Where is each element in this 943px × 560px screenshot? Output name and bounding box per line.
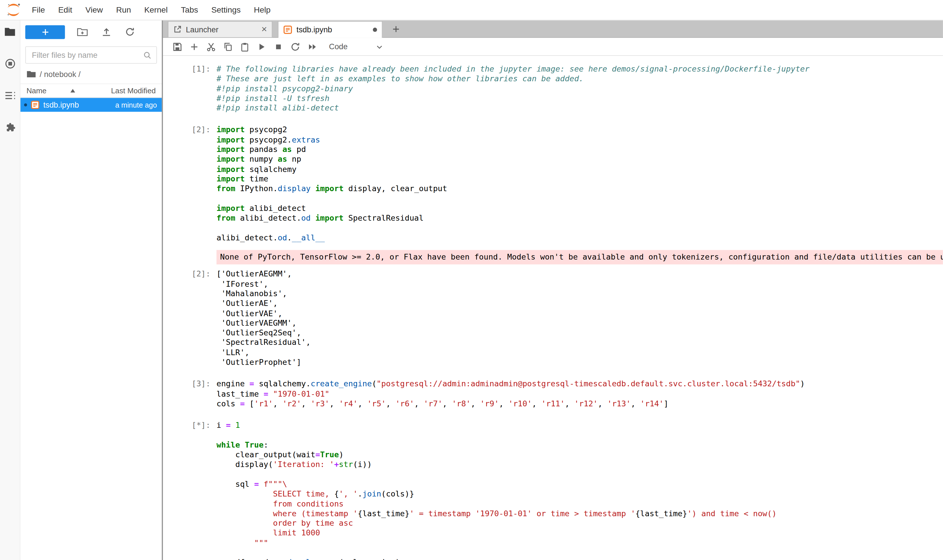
breadcrumb[interactable]: / notebook / (20, 66, 162, 81)
cell-type-select[interactable]: Code (326, 41, 386, 52)
jupyterlab-window: FileEditViewRunKernelTabsSettingsHelp (0, 0, 943, 560)
sidebar-item-file-browser[interactable] (1, 23, 19, 40)
cell-input-area: [*]:i = 1 while True: clear_output(wait=… (171, 421, 943, 560)
file-browser: / notebook / Name Last Modified tsdb.ipy… (20, 20, 162, 560)
plus-icon (41, 28, 49, 36)
copy-icon (223, 42, 233, 51)
running-kernels-icon (5, 58, 15, 69)
output-prompt: [2]: (171, 269, 216, 279)
notebook-toolbar: Code (163, 38, 943, 56)
new-tab-button[interactable] (388, 21, 403, 37)
folder-icon (4, 27, 16, 37)
file-row-tsdb-notebook[interactable]: tsdb.ipynb a minute ago (20, 98, 162, 112)
code-editor[interactable]: # The following libraries have already b… (216, 65, 810, 113)
stderr-output: None of PyTorch, TensorFlow >= 2.0, or F… (216, 250, 943, 265)
notebook-file-icon (31, 100, 40, 109)
code-editor[interactable]: import psycopg2 import psycopg2.extras i… (216, 125, 447, 243)
stop-icon (274, 42, 282, 51)
code-editor[interactable]: i = 1 while True: clear_output(wait=True… (216, 421, 776, 560)
file-filter (25, 46, 157, 64)
cut-cells-button[interactable] (203, 40, 220, 54)
save-button[interactable] (169, 40, 186, 54)
breadcrumb-path: / notebook / (40, 70, 81, 79)
plus-icon (392, 25, 400, 33)
output-text: ['OutlierAEGMM', 'IForest', 'Mahalanobis… (216, 269, 311, 368)
chevron-down-icon (376, 43, 383, 50)
menu-item-settings[interactable]: Settings (205, 5, 247, 14)
code-cell: [2]:import psycopg2 import psycopg2.extr… (171, 125, 943, 368)
new-launcher-button[interactable] (25, 25, 65, 38)
input-prompt: [2]: (171, 125, 216, 135)
jupyter-logo-icon (6, 2, 21, 17)
menu-item-tabs[interactable]: Tabs (174, 5, 205, 14)
restart-icon (290, 42, 300, 51)
sidebar-item-table-of-contents[interactable] (1, 87, 19, 104)
input-prompt: [*]: (171, 421, 216, 430)
copy-cells-button[interactable] (219, 40, 236, 54)
column-header-last-modified[interactable]: Last Modified (111, 86, 156, 95)
file-name: tsdb.ipynb (43, 100, 79, 109)
input-prompt: [3]: (171, 380, 216, 389)
upload-icon (102, 27, 111, 37)
upload-button[interactable] (102, 27, 111, 37)
close-tab-icon[interactable]: × (261, 25, 267, 34)
sidebar-item-extensions[interactable] (1, 119, 19, 136)
run-icon (258, 42, 266, 51)
column-name-label: Name (26, 86, 46, 95)
running-indicator-dot (24, 103, 27, 106)
refresh-icon (125, 27, 135, 37)
notebook-content: [1]:# The following libraries have alrea… (163, 56, 943, 560)
save-icon (173, 42, 182, 51)
tab-tsdb-notebook[interactable]: tsdb.ipynb (278, 21, 382, 38)
menu: FileEditViewRunKernelTabsSettingsHelp (25, 0, 277, 20)
sidebar-item-running-kernels[interactable] (1, 55, 19, 72)
menu-item-help[interactable]: Help (247, 5, 277, 14)
column-header-name[interactable]: Name (26, 86, 75, 95)
file-filter-input[interactable] (31, 50, 143, 60)
main-area: Launcher × tsdb.ipynb (163, 20, 943, 560)
interrupt-kernel-button[interactable] (270, 40, 287, 54)
new-folder-icon (77, 27, 88, 37)
paste-cells-button[interactable] (236, 40, 253, 54)
menu-bar: FileEditViewRunKernelTabsSettingsHelp (0, 0, 943, 20)
cell-output-area: [2]:['OutlierAEGMM', 'IForest', 'Mahalan… (171, 269, 943, 368)
new-folder-button[interactable] (77, 27, 88, 37)
scissors-icon (206, 42, 216, 51)
menu-item-view[interactable]: View (79, 5, 110, 14)
search-icon (143, 51, 151, 59)
stderr-text: None of PyTorch, TensorFlow >= 2.0, or F… (220, 252, 940, 262)
file-last-modified: a minute ago (115, 101, 157, 109)
menu-item-file[interactable]: File (25, 5, 51, 14)
table-of-contents-icon (5, 91, 15, 100)
code-cell: [1]:# The following libraries have alrea… (171, 65, 943, 113)
tab-bar: Launcher × tsdb.ipynb (163, 20, 943, 38)
jupyter-logo-icon (6, 2, 21, 17)
cell-input-area: [1]:# The following libraries have alrea… (171, 65, 943, 113)
menu-item-run[interactable]: Run (110, 5, 137, 14)
unsaved-changes-dot[interactable] (373, 28, 377, 32)
add-cell-button[interactable] (186, 40, 203, 54)
puzzle-icon (5, 122, 15, 133)
file-browser-toolbar (20, 23, 162, 41)
code-cell: [*]:i = 1 while True: clear_output(wait=… (171, 421, 943, 560)
sort-ascending-icon (71, 89, 75, 93)
run-cell-button[interactable] (253, 40, 270, 54)
code-editor[interactable]: engine = sqlalchemy.create_engine("postg… (216, 380, 805, 409)
menu-item-kernel[interactable]: Kernel (138, 5, 174, 14)
code-cell: [3]:engine = sqlalchemy.create_engine("p… (171, 380, 943, 409)
restart-kernel-button[interactable] (287, 40, 304, 54)
tab-launcher[interactable]: Launcher × (168, 21, 272, 37)
refresh-button[interactable] (125, 27, 135, 37)
cell-type-value: Code (329, 42, 348, 51)
cell-input-area: [2]:import psycopg2 import psycopg2.extr… (171, 125, 943, 243)
fast-forward-icon (307, 42, 317, 51)
cell-input-area: [3]:engine = sqlalchemy.create_engine("p… (171, 380, 943, 409)
menu-item-edit[interactable]: Edit (51, 5, 79, 14)
file-list-header: Name Last Modified (20, 83, 162, 98)
tab-label: tsdb.ipynb (296, 25, 332, 34)
restart-run-all-button[interactable] (304, 40, 321, 54)
input-prompt: [1]: (171, 65, 216, 74)
launcher-icon (173, 25, 182, 34)
paste-icon (240, 42, 250, 51)
plus-icon (190, 42, 198, 51)
